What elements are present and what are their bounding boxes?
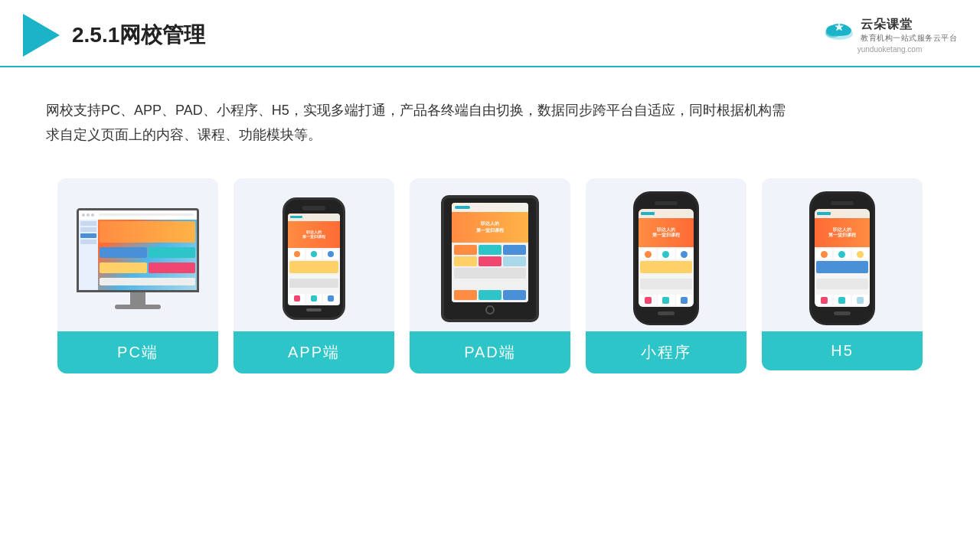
card-image-pad: 职达人的第一堂归课程: [410, 178, 570, 331]
miniprogram-phone-icon: 职达人的第一堂归课程: [633, 191, 699, 325]
brand-url: yunduoketang.com: [858, 45, 923, 54]
brand-text: 云朵课堂 教育机构一站式服务云平台: [861, 17, 957, 44]
card-pad: 职达人的第一堂归课程: [410, 178, 570, 373]
card-miniprogram: 职达人的第一堂归课程: [586, 178, 746, 373]
cloud-icon: [822, 18, 856, 43]
card-label-h5: H5: [762, 331, 923, 370]
card-label-miniprogram: 小程序: [586, 331, 746, 373]
brand-tagline: 教育机构一站式服务云平台: [861, 33, 957, 44]
h5-phone-icon: 职达人的第一堂归课程: [809, 191, 875, 325]
app-phone-icon: 职达人的第一堂归课程: [283, 197, 345, 320]
header: 2.5.1网校管理 云朵课堂 教育机构一站式服务云平台 yunduoketang…: [0, 0, 980, 67]
description-paragraph: 网校支持PC、APP、PAD、小程序、H5，实现多端打通，产品各终端自由切换，数…: [46, 98, 796, 148]
brand-logo: 云朵课堂 教育机构一站式服务云平台: [822, 17, 957, 44]
card-label-app: APP端: [234, 331, 394, 373]
cards-container: PC端 职达人的第一堂归课程: [0, 163, 980, 389]
card-h5: 职达人的第一堂归课程: [762, 178, 923, 370]
pc-monitor-icon: [73, 208, 203, 309]
card-app: 职达人的第一堂归课程: [234, 178, 394, 373]
header-left: 2.5.1网校管理: [23, 14, 205, 57]
logo-icon: [23, 14, 60, 57]
card-pc: PC端: [57, 178, 218, 373]
card-image-h5: 职达人的第一堂归课程: [762, 178, 923, 331]
page-title: 2.5.1网校管理: [72, 21, 205, 50]
brand-name: 云朵课堂: [861, 17, 913, 33]
card-image-miniprogram: 职达人的第一堂归课程: [586, 178, 746, 331]
description-text: 网校支持PC、APP、PAD、小程序、H5，实现多端打通，产品各终端自由切换，数…: [0, 67, 842, 163]
brand-area: 云朵课堂 教育机构一站式服务云平台 yunduoketang.com: [822, 17, 957, 54]
card-label-pad: PAD端: [410, 331, 570, 373]
card-image-app: 职达人的第一堂归课程: [234, 178, 394, 331]
card-image-pc: [57, 178, 218, 331]
pad-device-icon: 职达人的第一堂归课程: [441, 195, 539, 322]
card-label-pc: PC端: [57, 331, 218, 373]
